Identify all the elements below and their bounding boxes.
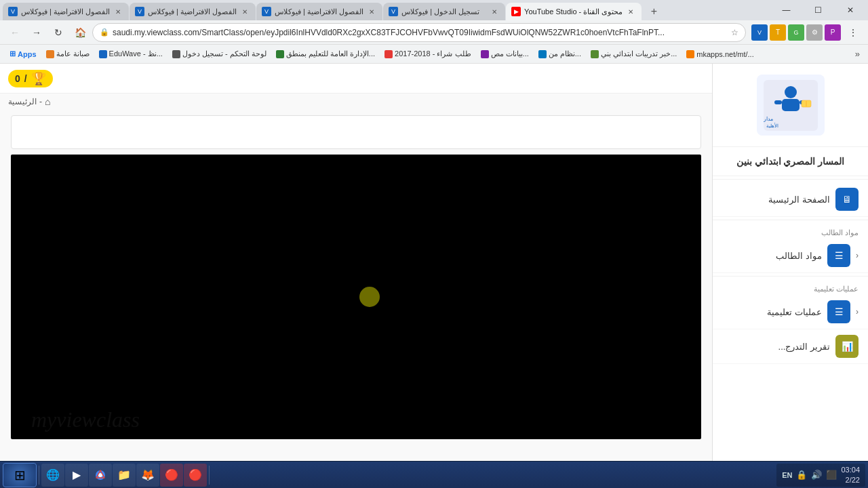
taskbar-app6-button[interactable]: 🔴 xyxy=(160,464,183,487)
ext-3-icon[interactable]: G xyxy=(788,24,804,41)
tab-2-title: الفصول الافتراضية | فيوكلاس xyxy=(148,7,237,16)
mouse-cursor xyxy=(359,287,380,307)
taskbar-chrome-button[interactable] xyxy=(89,464,112,487)
home-icon: ⌂ xyxy=(45,96,50,107)
bookmark-data[interactable]: بيانات مص... xyxy=(477,47,533,62)
tab-1[interactable]: V الفصول الافتراضية | فيوكلاس ✕ xyxy=(3,3,129,20)
start-button[interactable]: ⊞ xyxy=(3,463,37,487)
tab-4-close[interactable]: ✕ xyxy=(489,6,500,17)
sidebar-home-icon-btn: 🖥 xyxy=(835,188,859,211)
page-top-bar: 0 / 🏆 xyxy=(0,64,712,94)
taskbar-mediaplayer-button[interactable]: ▶ xyxy=(65,464,88,487)
tab-2-close[interactable]: ✕ xyxy=(239,6,250,17)
tab-3-close[interactable]: ✕ xyxy=(366,6,377,17)
tray-speaker-icon[interactable]: 🔊 xyxy=(811,470,822,480)
taskbar-files-button[interactable]: 📁 xyxy=(113,464,136,487)
ssl-lock-icon: 🔒 xyxy=(100,28,109,37)
ext-4-icon[interactable]: ⚙ xyxy=(806,24,823,41)
bookmark-eduwave1[interactable]: EduWave - نظ... xyxy=(95,47,167,62)
bookmark-system[interactable]: نظام من... xyxy=(534,47,585,62)
back-button[interactable]: ← xyxy=(5,23,24,42)
tab-2-favicon: V xyxy=(135,7,144,16)
bookmark-control[interactable]: لوحة التحكم - تسجيل دخول xyxy=(168,47,271,62)
browser-window: V الفصول الافتراضية | فيوكلاس ✕ V الفصول… xyxy=(0,0,868,488)
ext-1-icon[interactable]: V xyxy=(751,24,768,41)
tab-3-title: الفصول الافتراضية | فيوكلاس xyxy=(275,7,363,16)
sidebar-item-progress-report[interactable]: 📊 تقرير التدرج... xyxy=(713,329,868,364)
bookmark-star-icon[interactable]: ☆ xyxy=(731,28,738,37)
home-button[interactable]: 🏠 xyxy=(71,23,90,42)
bookmark-control-favicon xyxy=(172,50,180,58)
ext-2-icon[interactable]: T xyxy=(770,24,786,41)
sidebar-item-student-materials[interactable]: ‹ ☰ مواد الطالب xyxy=(713,239,868,273)
reload-button[interactable]: ↻ xyxy=(49,23,68,42)
tab-4[interactable]: V تسجيل الدخول | فيوكلاس ✕ xyxy=(383,3,505,20)
score-value: 0 xyxy=(15,73,20,84)
taskbar-firefox-button[interactable]: 🦊 xyxy=(136,464,159,487)
sidebar-chevron-educational-ops: ‹ xyxy=(856,307,859,317)
bookmark-data-favicon xyxy=(481,50,489,58)
content-scroll-area[interactable]: myviewclass xyxy=(0,110,712,461)
tray-network-icon[interactable]: 🔒 xyxy=(796,470,807,480)
sidebar-student-materials-label: مواد الطالب xyxy=(722,251,822,261)
window-controls: — ☐ ✕ xyxy=(771,1,865,20)
trophy-icon: 🏆 xyxy=(31,71,46,86)
bookmark-mkapps-label: mkapps.net/mt/... xyxy=(696,50,753,58)
bookmark-admin-favicon xyxy=(276,50,284,58)
sidebar-logo-area: مدارس العلم النافع الأهلية xyxy=(713,64,868,147)
bookmark-training-favicon xyxy=(591,50,599,58)
sidebar-divider-2 xyxy=(713,220,868,220)
bookmark-mkapps-favicon xyxy=(686,50,694,58)
svg-rect-3 xyxy=(774,100,782,104)
bookmark-eduwave1-label: EduWave - نظ... xyxy=(109,49,163,58)
tab-3[interactable]: V الفصول الافتراضية | فيوكلاس ✕ xyxy=(256,3,382,20)
sidebar-progress-label: تقرير التدرج... xyxy=(722,342,830,352)
video-player-area[interactable]: myviewclass xyxy=(11,155,701,439)
taskbar-app7-button[interactable]: 🔴 xyxy=(184,464,207,487)
close-button[interactable]: ✕ xyxy=(835,1,865,20)
tab-5-title: YouTube Studio - محتوى القناة xyxy=(524,7,623,16)
sidebar: مدارس العلم النافع الأهلية المسار المصري… xyxy=(712,64,868,461)
maximize-button[interactable]: ☐ xyxy=(803,1,833,20)
address-bar[interactable]: 🔒 saudi.my.viewclass.com/SmartClass/open… xyxy=(92,23,746,42)
taskbar-separator-2 xyxy=(209,466,210,485)
tab-2[interactable]: V الفصول الافتراضية | فيوكلاس ✕ xyxy=(130,3,256,20)
svg-rect-2 xyxy=(782,99,800,111)
bookmark-admin[interactable]: الإدارة العامة للتعليم بمنطق... xyxy=(272,47,379,62)
sidebar-item-educational-ops[interactable]: ‹ ☰ عمليات تعليمية xyxy=(713,295,868,329)
bookmarks-overflow-button[interactable]: » xyxy=(852,49,863,59)
progress-btn-icon: 📊 xyxy=(842,341,853,352)
score-separator: / xyxy=(24,73,27,84)
sidebar-section-educational-ops: عمليات تعليمية xyxy=(713,279,868,295)
bookmark-system-label: نظام من... xyxy=(549,49,581,58)
breadcrumb-home-label: الرئيسية xyxy=(8,97,37,106)
minimize-button[interactable]: — xyxy=(771,1,802,20)
bookmark-eduwave1-favicon xyxy=(99,50,107,58)
bookmark-system-favicon xyxy=(538,50,547,58)
bookmarks-bar: ⊞ Apps صبانة عامة EduWave - نظ... لوحة ا… xyxy=(0,45,868,64)
bookmark-purchase[interactable]: طلب شراء - 2018-2017 xyxy=(380,47,475,62)
main-content-area: 0 / 🏆 ⌂ - الرئيسية myviewclass xyxy=(0,64,712,461)
page-content: 0 / 🏆 ⌂ - الرئيسية myviewclass xyxy=(0,64,868,461)
taskbar-ie-button[interactable]: 🌐 xyxy=(41,464,64,487)
bookmark-training-label: خبر تدريبات ابتدائي بني... xyxy=(601,49,677,58)
ext-5-icon[interactable]: P xyxy=(825,24,841,41)
tab-1-close[interactable]: ✕ xyxy=(113,6,123,17)
sidebar-item-home[interactable]: 🖥 الصفحة الرئيسية xyxy=(713,182,868,217)
clock-time: 03:04 xyxy=(841,465,860,474)
bookmark-mkapps[interactable]: mkapps.net/mt/... xyxy=(682,47,757,62)
bookmark-purchase-label: طلب شراء - 2018-2017 xyxy=(395,49,471,58)
breadcrumb-bar: ⌂ - الرئيسية xyxy=(0,94,712,110)
apps-bookmark[interactable]: ⊞ Apps xyxy=(5,47,41,62)
bookmark-sabana[interactable]: صبانة عامة xyxy=(42,47,94,62)
system-tray: EN 🔒 🔊 ⬛ 03:04 2/22 xyxy=(776,464,865,487)
language-indicator[interactable]: EN xyxy=(782,471,792,479)
bookmark-training[interactable]: خبر تدريبات ابتدائي بني... xyxy=(587,47,681,62)
tab-5-close[interactable]: ✕ xyxy=(625,6,636,17)
tab-5-youtube[interactable]: ▶ YouTube Studio - محتوى القناة ✕ xyxy=(506,3,642,20)
sidebar-home-label: الصفحة الرئيسية xyxy=(722,195,830,205)
menu-button[interactable]: ⋮ xyxy=(844,23,863,42)
new-tab-button[interactable]: + xyxy=(645,3,663,20)
system-clock[interactable]: 03:04 2/22 xyxy=(841,465,860,485)
forward-button[interactable]: → xyxy=(27,23,46,42)
